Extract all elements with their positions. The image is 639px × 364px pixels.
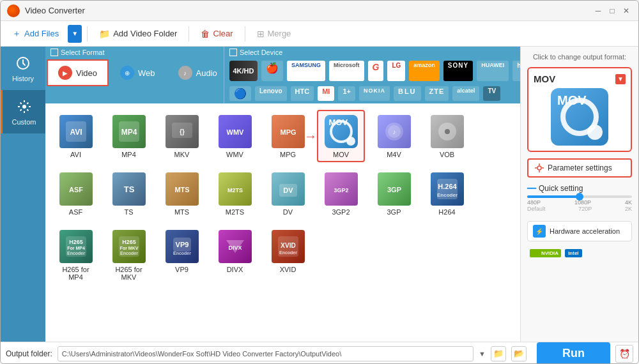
brand-lenovo[interactable]: Lenovo	[255, 86, 287, 101]
brand-nokia[interactable]: NOKIA	[359, 86, 390, 101]
brand-lg[interactable]: LG	[387, 61, 405, 81]
brand-huawei[interactable]: HUAWEI	[477, 61, 509, 81]
svg-text:ASF: ASF	[69, 186, 83, 193]
minimize-button[interactable]: ─	[592, 5, 604, 17]
app-icon	[7, 4, 20, 17]
format-dv[interactable]: DV DV	[264, 167, 312, 220]
merge-icon: ⊞	[257, 29, 265, 39]
format-mov-thumb: MOV	[323, 114, 359, 149]
format-h265-mp4[interactable]: H265For MP4Encoder H265 for MP4	[52, 225, 100, 285]
brand-honor[interactable]: honor	[512, 61, 520, 81]
video-tab-label: Video	[76, 68, 97, 78]
m2ts-icon: M2TS	[219, 172, 252, 206]
svg-rect-46	[532, 251, 540, 256]
svg-text:AVI: AVI	[70, 128, 82, 137]
slider-thumb	[576, 193, 583, 201]
ts-icon: TS	[112, 172, 146, 206]
brand-microsoft[interactable]: Microsoft	[329, 61, 364, 81]
mov-label: MOV	[333, 151, 349, 158]
format-mp4[interactable]: MP4 MP4	[105, 110, 153, 162]
web-tab-label: Web	[138, 68, 155, 78]
format-mts[interactable]: MTS MTS	[158, 167, 206, 220]
format-3gp2[interactable]: 3GP2 3GP2	[317, 167, 365, 220]
path-dropdown-arrow[interactable]: ▼	[479, 350, 486, 358]
brand-mi[interactable]: MI	[318, 86, 334, 101]
brand-alcatel[interactable]: alcatel	[452, 86, 479, 101]
3gp-label: 3GP	[387, 208, 401, 216]
output-format-box[interactable]: MOV ▼ MOV	[527, 67, 632, 152]
web-tab[interactable]: ⊕ Web	[110, 61, 166, 85]
brand-tv[interactable]: TV	[483, 86, 500, 101]
brand-motorola[interactable]: 🔵	[229, 86, 251, 101]
format-divx[interactable]: DIVX DIVX	[211, 225, 259, 285]
avi-icon: AVI	[59, 115, 93, 148]
hardware-acceleration-button[interactable]: ⚡ Hardware acceleration	[527, 221, 632, 241]
h265mp4-label: H265 for MP4	[56, 266, 96, 281]
format-h265mp4-thumb: H265For MP4Encoder	[58, 229, 94, 264]
slider-label-480p: 480P	[527, 199, 541, 206]
brand-apple[interactable]: 🍎	[261, 61, 283, 81]
web-tab-icon: ⊕	[120, 66, 134, 80]
toolbar-separator-1	[87, 26, 88, 42]
format-avi[interactable]: AVI AVI	[52, 110, 100, 162]
format-h264[interactable]: H.264Encoder H264	[423, 167, 471, 220]
select-device-checkbox[interactable]	[229, 49, 237, 56]
format-mov[interactable]: → MOV MOV	[317, 110, 365, 162]
main-layout: History Custom Select Format	[1, 47, 638, 342]
output-format-dropdown[interactable]: ▼	[615, 74, 626, 84]
brand-amazon[interactable]: amazon	[409, 61, 440, 81]
format-mkv[interactable]: {} MKV	[158, 110, 206, 162]
alarm-button[interactable]: ⏰	[615, 345, 633, 363]
slider-label-4k: 4K	[625, 199, 632, 206]
format-ts[interactable]: TS TS	[105, 167, 153, 220]
svg-text:♪: ♪	[392, 128, 396, 135]
svg-text:MTS: MTS	[174, 186, 189, 193]
output-path-input[interactable]	[58, 346, 473, 361]
brand-zte[interactable]: ZTE	[425, 86, 449, 101]
slider-track	[527, 195, 632, 198]
format-m4v[interactable]: ♪ M4V	[370, 110, 418, 162]
brand-oneplus[interactable]: 1+	[338, 86, 355, 101]
parameter-settings-button[interactable]: Parameter settings	[527, 158, 632, 178]
brand-sony[interactable]: SONY	[443, 61, 473, 81]
output-folder-label: Output folder:	[6, 349, 52, 358]
sidebar-item-custom[interactable]: Custom	[1, 90, 45, 133]
m4v-label: M4V	[387, 151, 401, 158]
output-format-name: MOV	[534, 73, 555, 84]
svg-point-14	[445, 129, 450, 134]
maximize-button[interactable]: □	[606, 5, 618, 17]
video-tab[interactable]: ▶ Video	[48, 61, 107, 85]
run-button[interactable]: Run	[537, 342, 610, 365]
format-avi-thumb: AVI	[58, 114, 94, 149]
format-xvid[interactable]: XVIDEncoder XVID	[264, 225, 312, 285]
clear-label: Clear	[213, 29, 233, 38]
add-files-button[interactable]: ＋ Add Files	[6, 25, 65, 43]
audio-tab[interactable]: ♪ Audio	[168, 61, 227, 85]
select-format-checkbox[interactable]	[50, 49, 58, 56]
brand-blu[interactable]: BLU	[394, 86, 421, 101]
brand-samsung[interactable]: SAMSUNG	[287, 61, 325, 81]
format-vp9[interactable]: VP9Encoder VP9	[158, 225, 206, 285]
quality-slider[interactable]: 480P 1080P 4K Default 720P 2K	[527, 195, 632, 212]
add-files-dropdown[interactable]: ▼	[68, 25, 82, 43]
brand-4khd[interactable]: 4K/HD	[229, 61, 258, 81]
brand-google[interactable]: G	[368, 61, 384, 81]
format-h265-mkv[interactable]: H265For MKVEncoder H265 for MKV	[105, 225, 153, 285]
add-files-label: Add Files	[24, 29, 59, 38]
format-type-row: ▶ Video ⊕ Web ♪ Audio	[45, 58, 224, 87]
format-wmv[interactable]: WMV WMV	[211, 110, 259, 162]
format-3gp[interactable]: 3GP 3GP	[370, 167, 418, 220]
open-output-button[interactable]: 📂	[511, 346, 527, 361]
sidebar-item-history[interactable]: History	[1, 47, 45, 90]
close-button[interactable]: ✕	[620, 5, 632, 17]
format-vob[interactable]: VOB	[423, 110, 471, 162]
browse-folder-button[interactable]: 📁	[491, 346, 506, 361]
svg-text:H.264: H.264	[438, 183, 457, 190]
format-asf[interactable]: ASF ASF	[52, 167, 100, 220]
format-m2ts[interactable]: M2TS M2TS	[211, 167, 259, 220]
merge-label: Merge	[268, 29, 291, 38]
add-video-folder-button[interactable]: 📁 Add Video Folder	[93, 26, 183, 42]
brand-htc[interactable]: HTC	[291, 86, 314, 101]
merge-button[interactable]: ⊞ Merge	[250, 26, 298, 42]
clear-button[interactable]: 🗑 Clear	[194, 26, 239, 42]
